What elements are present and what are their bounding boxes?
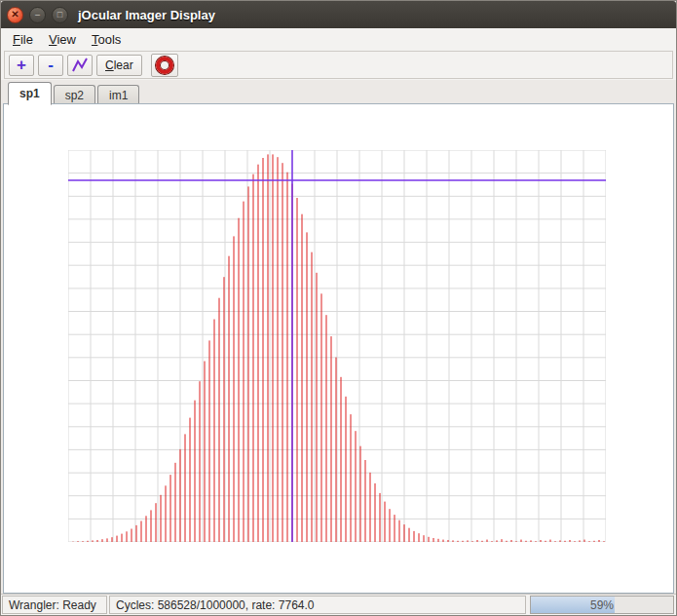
stop-button[interactable] [151, 54, 178, 77]
spectrum-chart[interactable] [68, 150, 606, 542]
menu-tools[interactable]: Tools [84, 30, 129, 49]
content-panel [3, 103, 674, 594]
toolbar: + - Clear [1, 50, 676, 80]
close-icon: ✕ [11, 10, 19, 19]
zoom-out-button[interactable]: - [38, 55, 63, 76]
minimize-icon: – [35, 11, 40, 19]
maximize-icon: □ [57, 11, 62, 19]
tab-sp1[interactable]: sp1 [8, 82, 52, 105]
toolbar-frame: + - Clear [4, 51, 673, 79]
progress-bar: 59% [530, 596, 674, 614]
clear-button[interactable]: Clear [96, 55, 142, 76]
stop-icon [156, 57, 173, 74]
menu-view[interactable]: View [41, 30, 84, 49]
curve-tool-icon [71, 57, 89, 74]
menu-file[interactable]: File [5, 30, 41, 49]
chart-svg [68, 150, 606, 542]
title-bar: ✕ – □ jOcular Imager Display [1, 1, 676, 29]
maximize-button[interactable]: □ [52, 7, 68, 23]
progress-label: 59% [531, 597, 673, 613]
app-window: ✕ – □ jOcular Imager Display File View T… [0, 0, 677, 616]
plus-icon: + [17, 57, 26, 73]
cycles-status: Cycles: 586528/1000000, rate: 7764.0 [109, 596, 526, 614]
menu-bar: File View Tools [1, 28, 676, 51]
wrangler-status: Wrangler: Ready [2, 596, 107, 614]
tab-strip: sp1 sp2 im1 [1, 81, 676, 104]
minimize-button[interactable]: – [29, 7, 46, 23]
window-title: jOcular Imager Display [78, 8, 215, 22]
tab-im1[interactable]: im1 [97, 85, 139, 104]
zoom-in-button[interactable]: + [9, 55, 34, 76]
close-button[interactable]: ✕ [7, 7, 23, 23]
curve-tool-button[interactable] [67, 55, 93, 76]
status-bar: Wrangler: Ready Cycles: 586528/1000000, … [1, 594, 676, 615]
tab-sp2[interactable]: sp2 [54, 85, 95, 104]
minus-icon: - [48, 57, 54, 73]
